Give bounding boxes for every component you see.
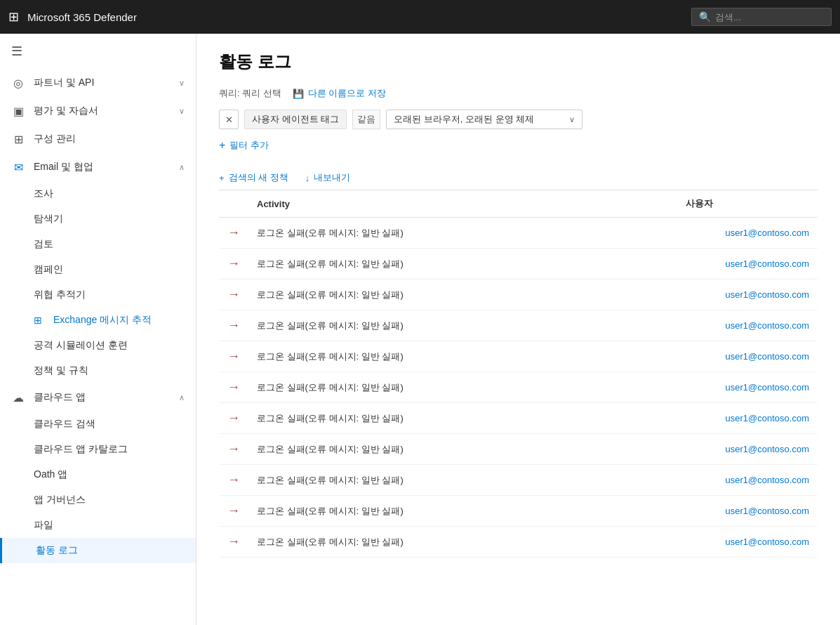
export-button[interactable]: ↓ 내보내기 — [305, 171, 351, 184]
table-row[interactable]: → 로그온 실패(오류 메시지: 일반 실패) user1@contoso.co… — [219, 496, 818, 527]
row-activity: 로그온 실패(오류 메시지: 일반 실패) — [248, 465, 677, 496]
search-icon: 🔍 — [699, 11, 711, 22]
sidebar-item-attack-sim[interactable]: 공격 시뮬레이션 훈련 — [0, 333, 196, 358]
sidebar-item-activity-log[interactable]: 활동 로그 — [0, 538, 196, 563]
hamburger-button[interactable]: ☰ — [0, 34, 196, 69]
waffle-icon[interactable]: ⊞ — [8, 9, 19, 25]
col-activity-header: Activity — [248, 190, 677, 218]
sidebar-item-email-collab[interactable]: ✉ Email 및 협업 ∧ — [0, 153, 196, 181]
filter-close-button[interactable]: ✕ — [219, 110, 239, 129]
table-row[interactable]: → 로그온 실패(오류 메시지: 일반 실패) user1@contoso.co… — [219, 341, 818, 372]
sidebar-label-partner-api: 파트너 및 API — [34, 77, 171, 89]
app-title: Microsoft 365 Defender — [27, 11, 683, 23]
row-icon: → — [219, 218, 248, 249]
table-row[interactable]: → 로그온 실패(오류 메시지: 일반 실패) user1@contoso.co… — [219, 527, 818, 558]
search-input[interactable] — [715, 12, 820, 22]
sidebar-item-oath-apps[interactable]: Oath 앱 — [0, 462, 196, 487]
config-manage-icon: ⊞ — [11, 132, 25, 146]
sidebar-item-exchange-msg[interactable]: ⊞ Exchange 메시지 추적 — [0, 308, 196, 333]
topbar: ⊞ Microsoft 365 Defender 🔍 — [0, 0, 840, 34]
save-as-button[interactable]: 💾 다른 이름으로 저장 — [293, 87, 386, 100]
chevron-down-icon: ∨ — [179, 79, 185, 88]
row-user[interactable]: user1@contoso.com — [677, 527, 818, 558]
sidebar-item-explorer[interactable]: 탐색기 — [0, 206, 196, 232]
save-icon: 💾 — [293, 88, 304, 99]
table-row[interactable]: → 로그온 실패(오류 메시지: 일반 실패) user1@contoso.co… — [219, 249, 818, 279]
row-user[interactable]: user1@contoso.com — [677, 279, 818, 310]
search-box[interactable]: 🔍 — [691, 8, 832, 26]
table-row[interactable]: → 로그온 실패(오류 메시지: 일반 실패) user1@contoso.co… — [219, 434, 818, 465]
chevron-down-icon: ∨ — [179, 107, 185, 116]
table-row[interactable]: → 로그온 실패(오류 메시지: 일반 실패) user1@contoso.co… — [219, 372, 818, 403]
sidebar-item-files[interactable]: 파일 — [0, 513, 196, 538]
sidebar-label-cloud-app-catalog: 클라우드 앱 카탈로그 — [34, 443, 128, 456]
chevron-up-icon: ∧ — [179, 163, 185, 172]
row-icon: → — [219, 341, 248, 372]
cloud-apps-icon: ☁ — [11, 390, 25, 404]
row-user[interactable]: user1@contoso.com — [677, 434, 818, 465]
row-icon: → — [219, 372, 248, 403]
save-label: 다른 이름으로 저장 — [308, 87, 386, 100]
sidebar-item-cloud-app-catalog[interactable]: 클라우드 앱 카탈로그 — [0, 437, 196, 462]
sidebar-item-config-manage[interactable]: ⊞ 구성 관리 — [0, 125, 196, 153]
sidebar-label-exchange-msg: Exchange 메시지 추적 — [53, 314, 152, 327]
col-icon — [219, 190, 248, 218]
new-policy-button[interactable]: + 검색의 새 정책 — [219, 171, 288, 184]
row-icon: → — [219, 310, 248, 341]
row-user[interactable]: user1@contoso.com — [677, 496, 818, 527]
sidebar-label-config-manage: 구성 관리 — [34, 133, 185, 145]
evaluation-icon: ▣ — [11, 104, 25, 118]
row-icon: → — [219, 434, 248, 465]
sidebar-label-oath-apps: Oath 앱 — [34, 468, 67, 481]
col-user-header: 사용자 — [677, 190, 818, 218]
email-icon: ✉ — [11, 160, 25, 174]
filter-row: ✕ 사용자 에이전트 태그 같음 오래된 브라우저, 오래된 운영 체제 ∨ — [219, 110, 818, 129]
table-row[interactable]: → 로그온 실패(오류 메시지: 일반 실패) user1@contoso.co… — [219, 279, 818, 310]
sidebar-label-cloud-apps: 클라우드 앱 — [34, 391, 171, 404]
sidebar-label-policy-rules: 정책 및 규칙 — [34, 364, 88, 377]
row-icon: → — [219, 465, 248, 496]
row-user[interactable]: user1@contoso.com — [677, 218, 818, 249]
sidebar-item-threat-tracker[interactable]: 위협 추적기 — [0, 282, 196, 308]
query-label: 쿼리: 쿼리 선택 — [219, 87, 281, 100]
sidebar-item-cloud-search[interactable]: 클라우드 검색 — [0, 412, 196, 437]
row-icon: → — [219, 279, 248, 310]
row-user[interactable]: user1@contoso.com — [677, 372, 818, 403]
sidebar-label-activity-log: 활동 로그 — [36, 544, 78, 557]
row-user[interactable]: user1@contoso.com — [677, 341, 818, 372]
table-row[interactable]: → 로그온 실패(오류 메시지: 일반 실패) user1@contoso.co… — [219, 218, 818, 249]
page-title: 활동 로그 — [219, 51, 818, 73]
sidebar-item-policy-rules[interactable]: 정책 및 규칙 — [0, 358, 196, 383]
sidebar-item-investigation[interactable]: 조사 — [0, 181, 196, 206]
table-row[interactable]: → 로그온 실패(오류 메시지: 일반 실패) user1@contoso.co… — [219, 465, 818, 496]
query-bar: 쿼리: 쿼리 선택 💾 다른 이름으로 저장 — [219, 87, 818, 100]
add-filter-label: 필터 추가 — [229, 139, 269, 152]
filter-value-text: 오래된 브라우저, 오래된 운영 체제 — [394, 113, 564, 126]
export-icon: ↓ — [305, 173, 310, 183]
sidebar-item-partner-api[interactable]: ◎ 파트너 및 API ∨ — [0, 69, 196, 97]
row-activity: 로그온 실패(오류 메시지: 일반 실패) — [248, 249, 677, 279]
filter-value-dropdown[interactable]: 오래된 브라우저, 오래된 운영 체제 ∨ — [386, 110, 582, 129]
sidebar-item-app-governance[interactable]: 앱 거버넌스 — [0, 487, 196, 513]
sidebar-item-review[interactable]: 검토 — [0, 232, 196, 257]
sidebar: ☰ ◎ 파트너 및 API ∨ ▣ 평가 및 자습서 ∨ ⊞ 구성 관리 ✉ E… — [0, 34, 196, 625]
row-user[interactable]: user1@contoso.com — [677, 310, 818, 341]
sidebar-label-review: 검토 — [34, 238, 53, 251]
sidebar-item-cloud-apps[interactable]: ☁ 클라우드 앱 ∧ — [0, 383, 196, 412]
sidebar-item-campaign[interactable]: 캠페인 — [0, 257, 196, 282]
exchange-icon: ⊞ — [34, 315, 42, 326]
row-user[interactable]: user1@contoso.com — [677, 403, 818, 434]
table-row[interactable]: → 로그온 실패(오류 메시지: 일반 실패) user1@contoso.co… — [219, 403, 818, 434]
row-icon: → — [219, 249, 248, 279]
plus-icon: + — [219, 139, 225, 152]
activity-table: Activity 사용자 → 로그온 실패(오류 메시지: 일반 실패) use… — [219, 190, 818, 558]
row-activity: 로그온 실패(오류 메시지: 일반 실패) — [248, 403, 677, 434]
filter-tag: 사용자 에이전트 태그 — [244, 110, 347, 129]
sidebar-item-evaluation[interactable]: ▣ 평가 및 자습서 ∨ — [0, 97, 196, 125]
row-user[interactable]: user1@contoso.com — [677, 249, 818, 279]
table-row[interactable]: → 로그온 실패(오류 메시지: 일반 실패) user1@contoso.co… — [219, 310, 818, 341]
add-filter-button[interactable]: + 필터 추가 — [219, 139, 818, 152]
chevron-down-icon: ∨ — [569, 115, 575, 124]
sidebar-label-campaign: 캠페인 — [34, 263, 63, 276]
row-user[interactable]: user1@contoso.com — [677, 465, 818, 496]
